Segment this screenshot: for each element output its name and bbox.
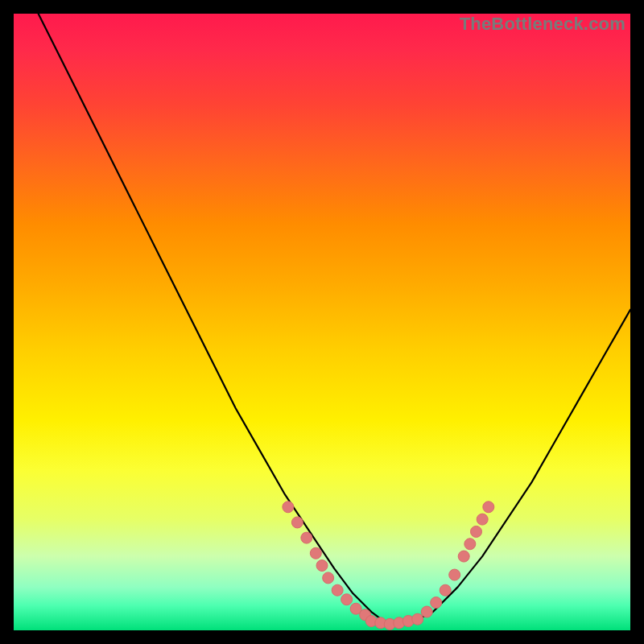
svg-point-5: [323, 572, 334, 584]
svg-point-1: [291, 517, 303, 528]
curve-line: [39, 14, 630, 624]
svg-point-24: [483, 502, 494, 513]
svg-point-0: [283, 502, 294, 513]
chart-frame: TheBottleneck.com: [0, 0, 644, 644]
svg-point-15: [412, 613, 423, 625]
svg-point-3: [310, 547, 321, 559]
svg-point-20: [458, 551, 469, 562]
svg-point-21: [464, 539, 476, 550]
svg-point-4: [316, 560, 328, 572]
svg-point-6: [332, 584, 343, 596]
svg-point-18: [440, 584, 451, 596]
data-markers: [283, 502, 494, 630]
svg-point-22: [471, 526, 482, 537]
svg-point-16: [421, 606, 432, 617]
plot-area: TheBottleneck.com: [14, 14, 630, 630]
chart-svg: [14, 14, 630, 630]
svg-point-19: [449, 569, 460, 580]
svg-point-23: [477, 514, 488, 525]
svg-point-17: [431, 597, 442, 609]
svg-point-2: [301, 532, 312, 543]
svg-point-7: [341, 594, 353, 605]
